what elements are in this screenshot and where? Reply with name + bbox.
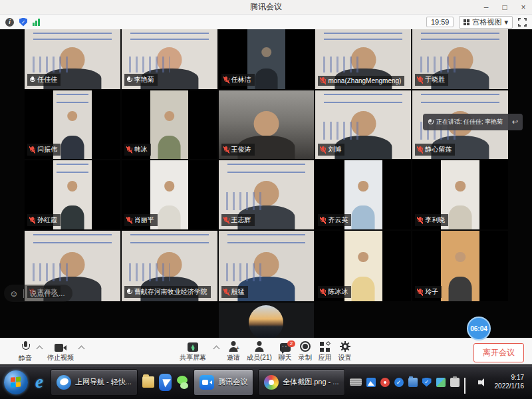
participant-nametag: 孙红霞 bbox=[27, 214, 61, 226]
sync-tray-icon[interactable]: ✓ bbox=[394, 378, 404, 387]
mic-status-icon bbox=[126, 146, 132, 154]
participant-tile[interactable]: 于晓胜 bbox=[412, 29, 508, 89]
participant-tile[interactable]: 肖丽平 bbox=[122, 160, 217, 229]
window-titlebar[interactable]: 腾讯会议 – □ × bbox=[0, 0, 532, 15]
stop-video-label: 停止视频 bbox=[47, 353, 74, 362]
meeting-toolbar: 静音 停止视频 共享屏幕 + 邀请 成员(21) bbox=[0, 338, 532, 364]
participant-name: 王俊涛 bbox=[231, 145, 251, 154]
file-explorer-icon[interactable] bbox=[142, 376, 154, 388]
meeting-duration-timer[interactable]: 06:04 bbox=[467, 317, 491, 340]
emoji-icon[interactable]: ☺ bbox=[9, 289, 18, 299]
active-speaker-banner[interactable]: 正在讲话: 任佳佳; 李艳菊 ↩ bbox=[423, 114, 523, 130]
participant-tile[interactable]: 任林洁 bbox=[219, 29, 315, 89]
close-button[interactable]: × bbox=[519, 3, 528, 12]
participant-tile[interactable]: 韩冰 bbox=[122, 90, 217, 159]
start-button[interactable] bbox=[4, 370, 28, 394]
mute-label: 静音 bbox=[19, 354, 32, 363]
taskbar-clock[interactable]: 9:17 2022/1/16 bbox=[495, 374, 525, 390]
participant-tile[interactable]: 闫振伟 bbox=[25, 90, 120, 159]
xunlei-icon[interactable] bbox=[159, 374, 172, 391]
reply-arrow-icon[interactable]: ↩ bbox=[512, 118, 518, 126]
meeting-info-icon[interactable]: i bbox=[5, 18, 14, 27]
poster-banner bbox=[227, 234, 306, 243]
participant-tile[interactable]: 李艳菊 bbox=[122, 29, 217, 89]
person-silhouette bbox=[59, 181, 86, 229]
participant-tile[interactable]: 齐云英 bbox=[315, 160, 411, 229]
person-silhouette bbox=[253, 47, 279, 89]
minimize-button[interactable]: – bbox=[481, 3, 491, 12]
person-silhouette bbox=[156, 111, 183, 159]
quick-chat-input[interactable]: ☺ 说点什么... bbox=[4, 285, 72, 302]
stop-video-button[interactable]: 停止视频 bbox=[47, 338, 74, 365]
mic-status-icon bbox=[223, 217, 229, 224]
wechat-icon[interactable] bbox=[176, 374, 189, 391]
grid-view-button[interactable]: 宫格视图 ▾ bbox=[459, 16, 513, 29]
share-options-chevron[interactable] bbox=[213, 346, 220, 352]
participant-tile[interactable]: 曹献存河南牧业经济学院 bbox=[122, 231, 217, 301]
video-options-chevron[interactable] bbox=[78, 346, 85, 352]
participant-nametag: 静心留莲 bbox=[415, 144, 455, 156]
leave-meeting-button[interactable]: 离开会议 bbox=[473, 343, 524, 362]
participant-nametag: 任佳佳 bbox=[27, 74, 61, 86]
taskbar-meeting-task[interactable]: 腾讯会议 bbox=[194, 369, 253, 396]
poster-banner bbox=[421, 33, 499, 41]
participant-tile[interactable]: 王志辉 bbox=[219, 160, 315, 229]
participant-name: 陈冰冰 bbox=[328, 287, 348, 297]
participant-tile[interactable]: mona(ZhangMengmeng) bbox=[315, 29, 411, 89]
photos-tray-icon[interactable] bbox=[366, 378, 376, 387]
participant-tile[interactable]: 王俊涛 bbox=[219, 90, 315, 159]
flower-tray-icon[interactable] bbox=[380, 378, 390, 387]
person-silhouette bbox=[447, 181, 473, 229]
settings-label: 设置 bbox=[338, 353, 352, 362]
folder2-tray-icon[interactable] bbox=[408, 378, 418, 387]
clipboard-tray-icon[interactable] bbox=[450, 378, 460, 387]
participant-tile[interactable]: 孙红霞 bbox=[25, 160, 120, 229]
participant-tile[interactable]: 殷猛 bbox=[219, 231, 315, 301]
app-tray-icon[interactable] bbox=[436, 378, 446, 387]
avatar bbox=[249, 305, 283, 340]
internet-explorer-icon[interactable]: e bbox=[33, 372, 46, 392]
participant-tile[interactable]: 陈冰冰 bbox=[315, 231, 411, 301]
participant-tile[interactable]: 李利晓 bbox=[412, 160, 508, 229]
volume-tray-icon[interactable] bbox=[478, 378, 487, 387]
settings-button[interactable]: 设置 bbox=[338, 338, 352, 365]
maximize-button[interactable]: □ bbox=[500, 3, 509, 12]
mic-status-icon bbox=[417, 146, 423, 154]
apps-button[interactable]: 应用 bbox=[319, 338, 332, 365]
record-button[interactable]: 录制 bbox=[299, 338, 312, 365]
taskbar-image-task[interactable]: 全体截图.png - ... bbox=[258, 369, 344, 396]
meeting-security-shield-icon[interactable]: ✓ bbox=[19, 18, 27, 27]
chat-button[interactable]: 2 聊天 bbox=[279, 338, 292, 365]
network-signal-icon[interactable] bbox=[33, 18, 40, 26]
mic-status-icon bbox=[417, 289, 423, 296]
participant-name: 王志辉 bbox=[231, 215, 251, 225]
participant-nametag: mona(ZhangMengmeng) bbox=[318, 76, 404, 86]
camera-icon bbox=[55, 344, 66, 352]
shield-tray-icon[interactable]: ✓ bbox=[422, 378, 432, 387]
share-screen-button[interactable]: 共享屏幕 bbox=[180, 338, 206, 365]
invite-button[interactable]: + 邀请 bbox=[227, 338, 240, 365]
windows-logo-icon bbox=[11, 376, 21, 388]
participant-nametag: 任林洁 bbox=[221, 74, 255, 86]
signal-tray-icon[interactable] bbox=[464, 378, 473, 387]
participant-video bbox=[441, 231, 479, 301]
participant-tile[interactable]: 任佳佳 bbox=[25, 29, 120, 89]
mute-button[interactable]: 静音 bbox=[19, 338, 32, 365]
participant-nametag: 王志辉 bbox=[221, 214, 255, 226]
members-button[interactable]: 成员(21) bbox=[247, 338, 272, 365]
chat-label: 聊天 bbox=[279, 353, 292, 362]
keyboard-tray-icon[interactable] bbox=[350, 378, 362, 386]
grid-view-icon bbox=[464, 19, 469, 25]
mic-options-chevron[interactable] bbox=[37, 346, 43, 352]
tencent-meeting-icon bbox=[200, 375, 214, 390]
divider bbox=[23, 289, 24, 298]
window-title: 腾讯会议 bbox=[250, 1, 282, 13]
participant-tile[interactable]: 玲子 bbox=[412, 231, 508, 301]
participant-nametag: 李利晓 bbox=[415, 214, 448, 226]
participant-tile[interactable]: 刘博 bbox=[315, 90, 411, 159]
record-icon bbox=[300, 341, 311, 352]
participant-tile-partial[interactable] bbox=[219, 303, 315, 338]
fullscreen-icon[interactable] bbox=[518, 18, 527, 27]
participant-name: 殷猛 bbox=[231, 287, 245, 297]
taskbar-browser-task[interactable]: 上网导航 - 轻快... bbox=[51, 369, 138, 396]
